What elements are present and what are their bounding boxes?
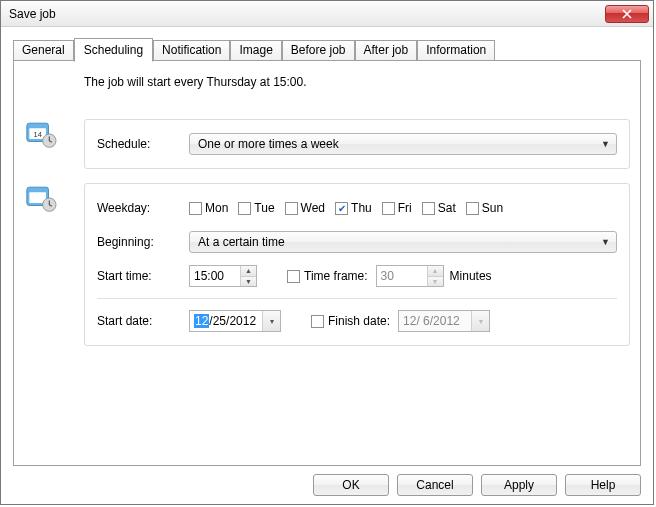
weekly-clock-icon xyxy=(24,183,84,213)
time-frame-spinner: ▲▼ xyxy=(376,265,444,287)
finish-date-label: Finish date: xyxy=(328,314,390,328)
calendar-dropdown-icon: ▾ xyxy=(471,311,489,331)
finish-date-checkbox[interactable]: Finish date: xyxy=(311,314,390,328)
tab-image[interactable]: Image xyxy=(230,40,281,61)
tab-general[interactable]: General xyxy=(13,40,74,61)
tab-strip: General Scheduling Notification Image Be… xyxy=(13,38,641,61)
time-frame-input xyxy=(377,266,427,286)
dialog-button-bar: OK Cancel Apply Help xyxy=(13,466,641,496)
divider xyxy=(97,298,617,299)
calendar-clock-icon: 14 xyxy=(24,119,84,149)
ok-button[interactable]: OK xyxy=(313,474,389,496)
dialog-window: Save job General Scheduling Notification… xyxy=(0,0,654,505)
tab-information[interactable]: Information xyxy=(417,40,495,61)
tab-after-job[interactable]: After job xyxy=(355,40,418,61)
checkbox-tue[interactable]: Tue xyxy=(238,201,274,215)
content-area: General Scheduling Notification Image Be… xyxy=(1,27,653,504)
start-time-spinner[interactable]: ▲▼ xyxy=(189,265,257,287)
schedule-value: One or more times a week xyxy=(198,137,339,151)
spin-down-icon[interactable]: ▼ xyxy=(241,277,256,287)
checkbox-sat[interactable]: Sat xyxy=(422,201,456,215)
beginning-value: At a certain time xyxy=(198,235,285,249)
tab-scheduling[interactable]: Scheduling xyxy=(74,38,153,62)
checkbox-fri[interactable]: Fri xyxy=(382,201,412,215)
tab-before-job[interactable]: Before job xyxy=(282,40,355,61)
titlebar: Save job xyxy=(1,1,653,27)
chevron-down-icon: ▼ xyxy=(601,237,610,247)
beginning-label: Beginning: xyxy=(97,235,189,249)
start-time-input[interactable] xyxy=(190,266,240,286)
window-title: Save job xyxy=(9,7,56,21)
time-frame-checkbox[interactable]: Time frame: xyxy=(287,269,368,283)
start-time-label: Start time: xyxy=(97,269,189,283)
tab-notification[interactable]: Notification xyxy=(153,40,230,61)
apply-button[interactable]: Apply xyxy=(481,474,557,496)
close-button[interactable] xyxy=(605,5,649,23)
chevron-down-icon: ▼ xyxy=(601,139,610,149)
time-frame-label: Time frame: xyxy=(304,269,368,283)
schedule-summary: The job will start every Thursday at 15:… xyxy=(84,75,630,89)
checkbox-thu[interactable]: ✔Thu xyxy=(335,201,372,215)
checkbox-sun[interactable]: Sun xyxy=(466,201,503,215)
finish-date-picker: ▾ xyxy=(398,310,490,332)
weekday-checkboxes: Mon Tue Wed ✔Thu Fri Sat Sun xyxy=(189,201,503,215)
help-button[interactable]: Help xyxy=(565,474,641,496)
checkbox-mon[interactable]: Mon xyxy=(189,201,228,215)
cancel-button[interactable]: Cancel xyxy=(397,474,473,496)
schedule-label: Schedule: xyxy=(97,137,189,151)
finish-date-input xyxy=(399,311,471,331)
spin-down-icon: ▼ xyxy=(428,277,443,287)
schedule-dropdown[interactable]: One or more times a week ▼ xyxy=(189,133,617,155)
start-date-picker[interactable]: 12/25/2012 ▾ xyxy=(189,310,281,332)
close-icon xyxy=(622,9,632,19)
tab-panel-scheduling: The job will start every Thursday at 15:… xyxy=(13,60,641,466)
spin-up-icon: ▲ xyxy=(428,266,443,277)
calendar-dropdown-icon[interactable]: ▾ xyxy=(262,311,280,331)
checkbox-wed[interactable]: Wed xyxy=(285,201,325,215)
minutes-label: Minutes xyxy=(450,269,492,283)
start-date-label: Start date: xyxy=(97,314,189,328)
timing-group: Weekday: Mon Tue Wed ✔Thu Fri Sat Sun xyxy=(84,183,630,346)
weekday-label: Weekday: xyxy=(97,201,189,215)
svg-text:14: 14 xyxy=(33,130,41,139)
beginning-dropdown[interactable]: At a certain time ▼ xyxy=(189,231,617,253)
schedule-group: Schedule: One or more times a week ▼ xyxy=(84,119,630,169)
spin-up-icon[interactable]: ▲ xyxy=(241,266,256,277)
start-date-selected-part: 12 xyxy=(194,314,209,328)
